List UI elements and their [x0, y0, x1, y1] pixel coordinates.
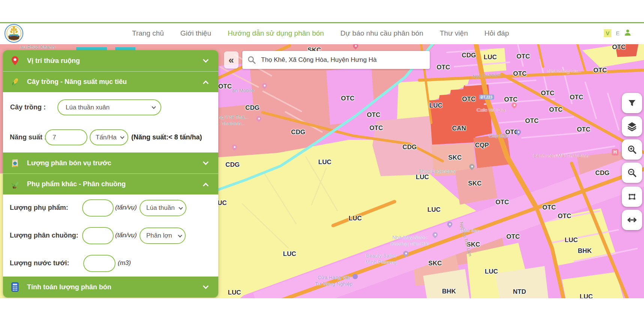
- zoom-out-button[interactable]: [622, 163, 642, 183]
- yield-label: Năng suất :: [10, 133, 47, 141]
- residue-form: Lượng phụ phẩm: (tấn/vụ) Lúa thuần Lượng…: [3, 194, 218, 277]
- chevron-down-icon: [152, 105, 156, 109]
- water-label: Lượng nước tưới:: [10, 259, 69, 267]
- manure-amount-input[interactable]: [90, 232, 111, 239]
- sidebar: Vị trí thửa ruộng Cây trồng - Năng suất …: [3, 50, 218, 298]
- chevron-up-icon: [203, 81, 209, 87]
- ministry-logo[interactable]: [5, 24, 23, 43]
- user-account-button[interactable]: [624, 29, 631, 37]
- layers-icon: [627, 121, 637, 131]
- crop-form: Cây trồng : Lúa thuần xuân Năng suất : T…: [3, 92, 218, 153]
- nav-item[interactable]: Hướng dẫn sử dụng phân bón: [228, 29, 324, 37]
- zoom-in-icon: [627, 145, 637, 154]
- crop-select[interactable]: Lúa thuần xuân: [57, 99, 161, 115]
- map-search: [242, 51, 430, 69]
- panel-title: Lượng phân bón vụ trước: [27, 159, 111, 167]
- top-strip: [0, 0, 644, 23]
- chevron-down-icon: [178, 233, 182, 237]
- search-icon: [248, 56, 256, 64]
- nav-item[interactable]: Thư viện: [440, 29, 468, 37]
- nav-item[interactable]: Trang chủ: [132, 29, 164, 37]
- select-area-icon: [627, 192, 637, 202]
- manure-unit: (tấn/vụ): [115, 232, 137, 239]
- filter-icon: [627, 99, 636, 108]
- measure-distance-button[interactable]: [622, 210, 642, 230]
- page: Trang chủGiới thiệuHướng dẫn sử dụng phâ…: [0, 0, 644, 326]
- select-area-button[interactable]: [622, 187, 642, 207]
- seedling-icon: [10, 179, 20, 190]
- yield-unit-select[interactable]: Tấn/Ha: [90, 129, 128, 145]
- nav-item[interactable]: Hỏi đáp: [484, 29, 509, 37]
- yield-input-pill: [45, 129, 87, 145]
- chevron-down-icon: [179, 205, 183, 209]
- panel-header-previous-fertilizer[interactable]: Lượng phân bón vụ trước: [3, 153, 218, 173]
- residue-type-select[interactable]: Lúa thuần: [140, 200, 186, 216]
- yield-input[interactable]: [53, 134, 81, 141]
- nav-item[interactable]: Giới thiệu: [180, 29, 211, 37]
- fertilizer-bag-icon: [10, 158, 20, 168]
- chevron-up-icon: [203, 183, 209, 189]
- zoom-in-button[interactable]: [622, 139, 642, 160]
- manure-input-pill: [82, 227, 114, 244]
- zoom-out-icon: [627, 168, 637, 178]
- main-nav: Trang chủGiới thiệuHướng dẫn sử dụng phâ…: [132, 23, 509, 43]
- map-search-input[interactable]: [261, 56, 419, 64]
- chevron-down-icon: [120, 135, 124, 139]
- filter-button[interactable]: [622, 93, 642, 113]
- residue-unit: (tấn/vụ): [115, 204, 137, 211]
- bottom-strip: [0, 298, 644, 326]
- chevron-down-icon: [203, 57, 209, 63]
- calculator-icon: [10, 282, 20, 292]
- layers-button[interactable]: [622, 116, 642, 136]
- nav-item[interactable]: Dự báo nhu cầu phân bón: [341, 29, 423, 37]
- panel-title: Tính toán lượng phân bón: [27, 283, 111, 291]
- panel-header-calculate[interactable]: Tính toán lượng phân bón: [3, 277, 218, 298]
- panel-header-crop[interactable]: Cây trồng - Năng suất mục tiêu: [3, 71, 218, 92]
- panel-header-location[interactable]: Vị trí thửa ruộng: [3, 50, 218, 71]
- chevron-down-icon: [203, 283, 209, 289]
- manure-label: Lượng phân chuồng:: [10, 232, 78, 239]
- panel-title: Cây trồng - Năng suất mục tiêu: [27, 78, 127, 86]
- map-pin-icon: [10, 55, 20, 66]
- ministry-logo-icon: [5, 24, 23, 43]
- residue-label: Lượng phụ phẩm:: [10, 204, 68, 212]
- app-header: Trang chủGiới thiệuHướng dẫn sử dụng phâ…: [0, 23, 644, 43]
- user-icon: [624, 29, 631, 36]
- measure-distance-icon: [627, 215, 637, 225]
- water-unit: (m3): [118, 259, 131, 267]
- panel-header-byproduct[interactable]: Phụ phẩm khác - Phân chuồng: [3, 173, 218, 194]
- lang-vi-button[interactable]: V: [604, 29, 611, 37]
- residue-amount-input[interactable]: [90, 204, 111, 212]
- panel-title: Phụ phẩm khác - Phân chuồng: [27, 180, 126, 188]
- water-input-pill: [83, 255, 116, 272]
- double-chevron-left-icon: «: [228, 54, 234, 66]
- yield-note: (Năng suất:< 8 tấn/ha): [131, 133, 202, 141]
- panel-title: Vị trí thửa ruộng: [27, 57, 80, 65]
- header-right: V E: [604, 23, 631, 43]
- crop-label: Cây trồng :: [10, 103, 46, 111]
- chevron-down-icon: [203, 159, 209, 165]
- corn-icon: [10, 77, 20, 87]
- manure-type-select[interactable]: Phân lợn: [140, 227, 186, 244]
- sidebar-collapse-button[interactable]: «: [224, 51, 239, 69]
- map-area[interactable]: SKCOTCOTCOTCOTCCDGCDGCDGCDGLUCOTCOTCOTCO…: [0, 44, 644, 298]
- water-amount-input[interactable]: [91, 260, 112, 267]
- residue-input-pill: [82, 199, 114, 217]
- lang-en-button[interactable]: E: [616, 30, 620, 36]
